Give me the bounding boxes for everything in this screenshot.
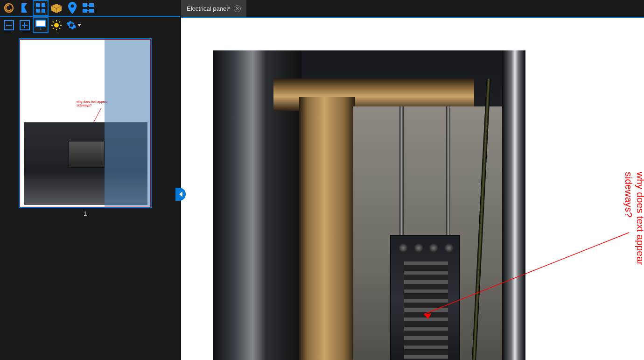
thumb-viewport-indicator [20, 39, 151, 207]
svg-point-5 [71, 5, 74, 8]
main-area: Electrical panel* ✕ why does text appear [181, 0, 644, 360]
svg-rect-15 [36, 20, 45, 27]
document-tab-bar: Electrical panel* ✕ [181, 0, 644, 17]
pin-icon[interactable] [65, 1, 79, 15]
expand-all-icon[interactable] [18, 18, 32, 32]
package-icon[interactable] [49, 1, 63, 15]
svg-rect-6 [83, 3, 87, 7]
page-thumbnail[interactable]: why does text appear sideways? 1 [19, 38, 152, 217]
svg-rect-7 [89, 3, 94, 7]
at-icon[interactable] [2, 1, 16, 15]
svg-rect-27 [621, 172, 643, 279]
svg-rect-1 [36, 3, 40, 7]
svg-rect-8 [83, 9, 87, 13]
svg-rect-11 [6, 25, 12, 26]
brightness-icon[interactable] [49, 18, 63, 32]
sidebar: 1 why does text appear sideways? 1 [0, 0, 181, 360]
page-thumbnail-label: 1 [19, 210, 152, 217]
svg-rect-9 [89, 9, 94, 13]
svg-rect-2 [42, 3, 45, 7]
sidebar-toolbar-second: 1 [0, 17, 180, 34]
close-icon[interactable]: ✕ [234, 5, 241, 12]
page-thumbnail-canvas[interactable]: why does text appear sideways? [19, 38, 152, 208]
svg-point-16 [54, 23, 59, 28]
settings-icon[interactable] [65, 18, 82, 32]
svg-rect-4 [42, 9, 45, 13]
collapse-all-icon[interactable] [2, 18, 16, 32]
sidebar-toolbar-top [0, 0, 180, 17]
document-tab-title: Electrical panel* [187, 5, 230, 12]
svg-line-21 [53, 21, 54, 22]
svg-line-24 [59, 21, 60, 22]
document-tab[interactable]: Electrical panel* ✕ [181, 0, 246, 17]
document-viewport[interactable]: why does text appear sideways? [181, 17, 644, 360]
svg-rect-3 [36, 9, 40, 13]
svg-line-23 [53, 28, 54, 29]
document-image [213, 50, 525, 360]
annotation-text[interactable]: why does text appear sideways? [623, 172, 644, 265]
bookmark-icon[interactable] [18, 1, 32, 15]
thumbnail-strip[interactable]: why does text appear sideways? 1 [0, 34, 180, 360]
page-badge-icon[interactable]: 1 [34, 18, 48, 32]
thumbnails-icon[interactable] [34, 1, 48, 15]
svg-rect-14 [24, 22, 25, 28]
page-badge-number: 1 [40, 27, 42, 31]
svg-line-22 [59, 28, 60, 29]
compare-icon[interactable] [81, 1, 95, 15]
